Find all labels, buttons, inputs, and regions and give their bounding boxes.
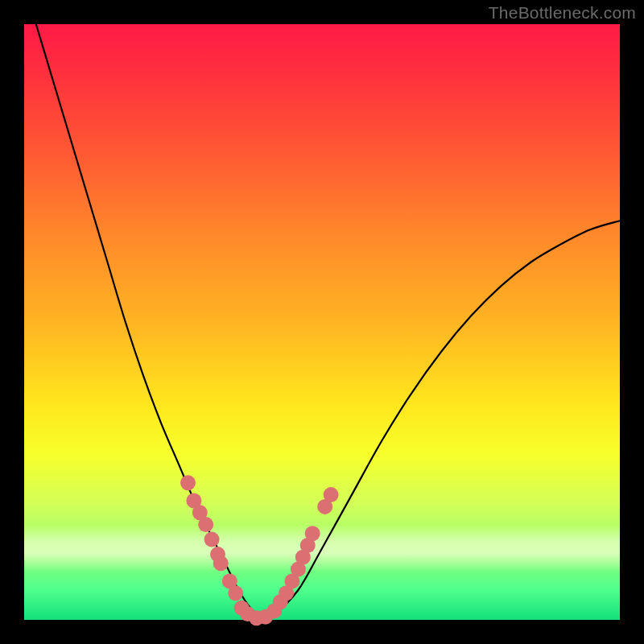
plot-area <box>24 24 620 620</box>
chart-svg <box>24 24 620 620</box>
chart-frame: TheBottleneck.com <box>0 0 644 644</box>
bottleneck-curve <box>36 24 620 617</box>
highlight-dots <box>180 475 339 625</box>
marker-dot <box>305 526 320 541</box>
watermark-text: TheBottleneck.com <box>489 3 636 23</box>
marker-dot <box>228 585 243 601</box>
marker-dot <box>213 555 229 571</box>
marker-dot <box>324 487 339 502</box>
marker-dot <box>198 517 213 532</box>
marker-dot <box>204 532 220 547</box>
marker-dot <box>180 475 196 490</box>
